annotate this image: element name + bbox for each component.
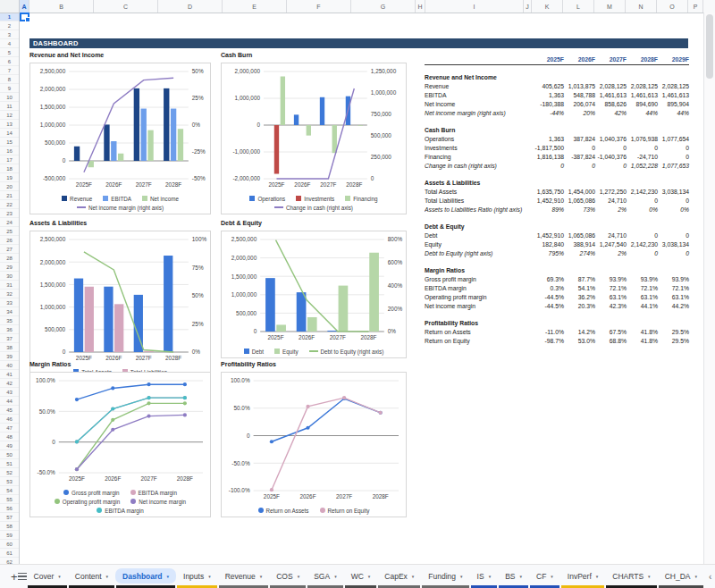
- row-header-12[interactable]: 12: [0, 111, 19, 120]
- chevron-down-icon[interactable]: ▾: [596, 574, 599, 579]
- sheet-tab-cf[interactable]: CF▾: [529, 565, 560, 588]
- row-label-cell[interactable]: Change in cash (right axis): [425, 162, 533, 171]
- row-header-56[interactable]: 56: [0, 504, 19, 513]
- row-label-cell[interactable]: Net income: [425, 100, 533, 109]
- value-cell[interactable]: 1,635,750: [533, 188, 564, 197]
- value-cell[interactable]: 0: [627, 249, 658, 258]
- row-header-43[interactable]: 43: [0, 388, 19, 397]
- sheet-tab-revenue[interactable]: Revenue▾: [218, 565, 270, 588]
- value-cell[interactable]: 1,454,000: [564, 188, 595, 197]
- value-cell[interactable]: 2%: [595, 249, 627, 258]
- value-cell[interactable]: 1,452,910: [533, 231, 564, 240]
- row-header-52[interactable]: 52: [0, 468, 19, 477]
- row-header-22[interactable]: 22: [0, 200, 19, 209]
- row-header-33[interactable]: 33: [0, 298, 19, 307]
- row-header-42[interactable]: 42: [0, 379, 19, 388]
- value-cell[interactable]: 0: [533, 162, 564, 171]
- value-cell[interactable]: 72.1%: [595, 284, 627, 293]
- value-cell[interactable]: 29.5%: [658, 328, 689, 337]
- chevron-down-icon[interactable]: ▾: [412, 574, 415, 579]
- value-cell[interactable]: -44.5%: [533, 293, 564, 302]
- column-header-K[interactable]: K: [532, 0, 563, 13]
- value-cell[interactable]: 895,904: [658, 100, 689, 109]
- sheet-tab-cover[interactable]: Cover▾: [27, 565, 68, 588]
- value-cell[interactable]: 0%: [658, 206, 689, 214]
- value-cell[interactable]: 68.8%: [595, 337, 627, 346]
- value-cell[interactable]: 41.8%: [627, 337, 658, 346]
- value-cell[interactable]: 1,452,910: [533, 197, 564, 206]
- row-label-cell[interactable]: Total Assets: [425, 188, 533, 197]
- value-cell[interactable]: 93.9%: [627, 275, 658, 284]
- year-header[interactable]: 2027F: [595, 56, 627, 63]
- value-cell[interactable]: 67.5%: [595, 328, 627, 337]
- row-header-2[interactable]: 2: [0, 21, 19, 30]
- row-header-32[interactable]: 32: [0, 290, 19, 298]
- tab-scroll-left-icon[interactable]: ‹: [704, 565, 715, 588]
- value-cell[interactable]: 388,914: [564, 240, 595, 249]
- year-header[interactable]: 2025F: [533, 56, 564, 63]
- value-cell[interactable]: -44.5%: [533, 302, 564, 311]
- row-header-48[interactable]: 48: [0, 433, 19, 441]
- row-header-53[interactable]: 53: [0, 477, 19, 486]
- value-cell[interactable]: 44.1%: [627, 302, 658, 311]
- column-header-E[interactable]: E: [223, 0, 287, 13]
- sheet-tab-sga[interactable]: SGA▾: [307, 565, 343, 588]
- value-cell[interactable]: 1,076,938: [627, 135, 658, 144]
- chevron-down-icon[interactable]: ▾: [106, 574, 109, 579]
- value-cell[interactable]: 858,626: [595, 100, 627, 109]
- row-header-50[interactable]: 50: [0, 450, 19, 459]
- row-header-26[interactable]: 26: [0, 236, 19, 245]
- row-label-cell[interactable]: Net income margin (right axis): [425, 109, 533, 118]
- chevron-down-icon[interactable]: ▾: [208, 574, 211, 579]
- value-cell[interactable]: 1,247,540: [595, 240, 627, 249]
- chevron-down-icon[interactable]: ▾: [694, 574, 697, 579]
- chevron-down-icon[interactable]: ▾: [58, 574, 61, 579]
- value-cell[interactable]: 894,690: [627, 100, 658, 109]
- value-cell[interactable]: -180,388: [533, 100, 564, 109]
- row-header-18[interactable]: 18: [0, 164, 19, 173]
- value-cell[interactable]: 2,142,230: [627, 240, 658, 249]
- value-cell[interactable]: 0: [627, 144, 658, 153]
- row-header-24[interactable]: 24: [0, 218, 19, 227]
- row-label-cell[interactable]: Return on Assets: [425, 328, 533, 337]
- value-cell[interactable]: 548,788: [564, 91, 595, 100]
- value-cell[interactable]: 2,028,125: [658, 82, 689, 91]
- row-header-49[interactable]: 49: [0, 441, 19, 450]
- value-cell[interactable]: 0%: [627, 206, 658, 214]
- column-header-I[interactable]: I: [425, 0, 524, 13]
- value-cell[interactable]: 0: [658, 231, 689, 240]
- row-header-31[interactable]: 31: [0, 281, 19, 290]
- row-header-44[interactable]: 44: [0, 397, 19, 406]
- sheet-tab-charts[interactable]: CHARTS▾: [605, 565, 657, 588]
- add-sheet-button[interactable]: +: [11, 565, 18, 588]
- value-cell[interactable]: 1,052,228: [627, 162, 658, 171]
- sheet-tab-ch_da[interactable]: CH_DA▾: [658, 565, 704, 588]
- row-header-36[interactable]: 36: [0, 325, 19, 334]
- value-cell[interactable]: 69.3%: [533, 275, 564, 284]
- row-header-25[interactable]: 25: [0, 227, 19, 236]
- chevron-down-icon[interactable]: ▾: [519, 574, 522, 579]
- value-cell[interactable]: -98.7%: [533, 337, 564, 346]
- row-header-30[interactable]: 30: [0, 272, 19, 281]
- row-header-60[interactable]: 60: [0, 540, 19, 549]
- row-label-cell[interactable]: EBITDA: [425, 91, 533, 100]
- value-cell[interactable]: -44%: [533, 109, 564, 118]
- row-label-cell[interactable]: Equity: [425, 240, 533, 249]
- chevron-down-icon[interactable]: ▾: [167, 574, 170, 579]
- value-cell[interactable]: 63.1%: [627, 293, 658, 302]
- row-header-58[interactable]: 58: [0, 522, 19, 531]
- scrollbar-thumb[interactable]: [706, 14, 713, 79]
- column-header-C[interactable]: C: [94, 0, 158, 13]
- value-cell[interactable]: 63.1%: [595, 293, 627, 302]
- value-cell[interactable]: 1,065,086: [564, 197, 595, 206]
- row-header-46[interactable]: 46: [0, 415, 19, 424]
- value-cell[interactable]: -1,817,500: [533, 144, 564, 153]
- select-all-corner[interactable]: [0, 0, 20, 13]
- all-sheets-menu-icon[interactable]: [18, 565, 27, 588]
- sheet-tab-dashboard[interactable]: Dashboard▾: [115, 565, 176, 588]
- value-cell[interactable]: 1,272,250: [595, 188, 627, 197]
- row-header-19[interactable]: 19: [0, 173, 19, 182]
- value-cell[interactable]: 0: [658, 144, 689, 153]
- dashboard-banner-cell[interactable]: DASHBOARD: [29, 38, 688, 48]
- column-header-N[interactable]: N: [626, 0, 657, 13]
